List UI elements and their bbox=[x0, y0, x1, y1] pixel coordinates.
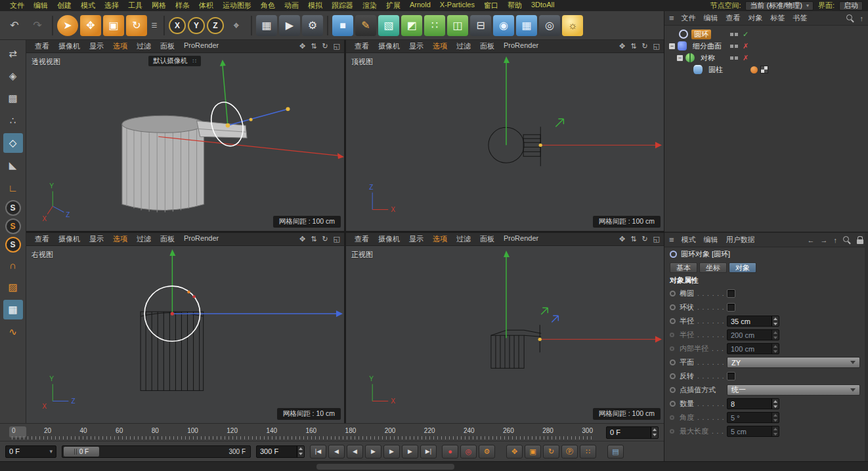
undo-icon[interactable]: ↶ bbox=[4, 15, 25, 36]
camera-label[interactable]: 默认摄像机 ∷ bbox=[148, 56, 201, 66]
solo-hierarchy-icon[interactable]: S bbox=[5, 237, 21, 253]
viewport-menu-item[interactable]: 查看 bbox=[350, 41, 374, 51]
lock-icon[interactable] bbox=[857, 239, 863, 244]
end-frame-field[interactable]: 300 F bbox=[256, 445, 305, 458]
object-label[interactable]: 圆柱 bbox=[706, 65, 726, 75]
volume-builder-icon[interactable]: ◉ bbox=[493, 15, 514, 36]
interpolation-dropdown[interactable]: 统一 bbox=[727, 384, 860, 396]
menu-item[interactable]: Arnold bbox=[405, 0, 435, 11]
solo-single-icon[interactable]: S bbox=[5, 218, 21, 234]
viewport-pan-icon[interactable]: ✥ bbox=[299, 42, 305, 51]
cloner-icon[interactable]: ∷ bbox=[424, 15, 445, 36]
viewport-canvas[interactable]: Y Z X 右视图 网格间距 : 10 cm bbox=[26, 246, 344, 424]
collapse-toggle[interactable]: − bbox=[677, 55, 683, 61]
viewport-menu-item[interactable]: 过滤 bbox=[132, 41, 156, 51]
viewport-menu-item[interactable]: 面板 bbox=[156, 41, 179, 51]
model-wireframe[interactable] bbox=[491, 325, 541, 368]
menu-item[interactable]: 动画 bbox=[280, 0, 303, 11]
viewport-canvas[interactable]: Z X 顶视图 网格间距 : 100 cm bbox=[346, 53, 664, 231]
ring-checkbox[interactable] bbox=[727, 303, 735, 312]
spinner-arrows-icon[interactable] bbox=[651, 427, 658, 438]
panel-menu-item[interactable]: 标签 bbox=[767, 13, 789, 23]
timeline-slider[interactable]: 0 F 300 F bbox=[62, 445, 251, 458]
floor-icon[interactable]: ▦ bbox=[516, 15, 537, 36]
object-row-circle[interactable]: 圆环 ✓ bbox=[664, 28, 868, 40]
keyframe-dot[interactable] bbox=[670, 359, 676, 365]
viewport-menu-item[interactable]: 过滤 bbox=[452, 41, 475, 51]
hamburger-icon[interactable]: ≡ bbox=[669, 235, 674, 245]
search-icon[interactable] bbox=[846, 14, 854, 22]
next-key-button[interactable]: ▶ bbox=[402, 445, 418, 459]
menu-item[interactable]: 网格 bbox=[147, 0, 171, 11]
reverse-checkbox[interactable] bbox=[727, 372, 735, 380]
viewport-dolly-icon[interactable]: ⇅ bbox=[311, 42, 316, 51]
panel-menu-item[interactable]: 查看 bbox=[722, 13, 745, 23]
keyframe-dot[interactable] bbox=[670, 304, 676, 310]
panel-menu-item[interactable]: 书签 bbox=[789, 13, 812, 23]
viewport-perspective[interactable]: 查看摄像机显示选项过滤面板ProRender ✥⇅↻◱ bbox=[26, 40, 344, 231]
node-space-dropdown[interactable]: 当前 (标准/物理) ▾ bbox=[745, 1, 813, 10]
coordinate-system-icon[interactable]: ⌖ bbox=[226, 15, 247, 36]
disabled-cross-icon[interactable]: ✗ bbox=[743, 54, 749, 62]
polygons-mode-icon[interactable]: ◣ bbox=[3, 155, 23, 175]
spinner-arrows-icon[interactable] bbox=[297, 446, 304, 457]
model-wireframe[interactable] bbox=[488, 127, 540, 166]
search-icon[interactable] bbox=[843, 236, 851, 244]
keyframe-dot[interactable] bbox=[670, 387, 676, 393]
viewport-menu-item[interactable]: 选项 bbox=[428, 41, 452, 51]
interface-dropdown[interactable]: 启动 bbox=[839, 1, 863, 10]
texture-tag-icon[interactable] bbox=[760, 66, 768, 73]
viewport-front[interactable]: 查看摄像机显示选项过滤面板ProRender ✥⇅↻◱ bbox=[346, 233, 664, 424]
menu-item[interactable]: 运动图形 bbox=[218, 0, 256, 11]
move-icon[interactable]: ✥ bbox=[80, 15, 101, 36]
object-row-symmetry[interactable]: − 对称 ✗ bbox=[664, 52, 868, 64]
lock-workplane-icon[interactable]: ▦ bbox=[3, 300, 23, 319]
scale-icon[interactable]: ▣ bbox=[103, 15, 124, 36]
keyframe-dot[interactable] bbox=[670, 333, 674, 337]
x-axis-lock-icon[interactable]: X bbox=[169, 17, 186, 34]
last-tool-icon[interactable]: ☰ bbox=[149, 15, 160, 36]
separator[interactable] bbox=[251, 16, 252, 35]
viewport-menu-item[interactable]: 查看 bbox=[350, 234, 374, 244]
menu-item[interactable]: 帮助 bbox=[503, 0, 527, 11]
viewport-menu-item[interactable]: 显示 bbox=[85, 234, 108, 244]
hamburger-icon[interactable]: ≡ bbox=[669, 13, 674, 23]
keyframe-dot[interactable] bbox=[670, 291, 676, 297]
selected-point[interactable] bbox=[192, 295, 195, 297]
redo-icon[interactable]: ↷ bbox=[27, 15, 48, 36]
object-row-cylinder[interactable]: 圆柱 bbox=[664, 64, 868, 75]
snap-icon[interactable]: ∩ bbox=[3, 255, 23, 275]
model-wireframe[interactable] bbox=[141, 312, 204, 390]
edges-mode-icon[interactable]: ◇ bbox=[3, 133, 23, 153]
radius-field[interactable]: 35 cm bbox=[727, 316, 779, 327]
enable-axis-icon[interactable]: ∟ bbox=[3, 178, 23, 197]
subdivision-surface-icon[interactable]: ▧ bbox=[378, 15, 399, 36]
timeline-track[interactable]: 0204060801001201401601802002202402602803… bbox=[5, 425, 599, 440]
menu-item[interactable]: X-Particles bbox=[435, 0, 479, 11]
menu-item[interactable]: 编辑 bbox=[29, 0, 53, 11]
viewport-menu-item[interactable]: 选项 bbox=[428, 234, 452, 244]
render-view-icon[interactable]: ▦ bbox=[256, 15, 277, 36]
attribute-tab[interactable]: 坐标 bbox=[699, 262, 727, 273]
primitive-cube-icon[interactable]: ■ bbox=[332, 15, 353, 36]
mug-model[interactable] bbox=[122, 115, 247, 212]
viewport-menu-item[interactable]: 面板 bbox=[475, 41, 499, 51]
object-label[interactable]: 对称 bbox=[698, 53, 718, 63]
viewport-maximize-icon[interactable]: ◱ bbox=[653, 235, 660, 243]
viewport-menu-item[interactable]: 显示 bbox=[404, 41, 428, 51]
viewport-canvas[interactable]: Y X 正视图 网格间距 : 100 cm bbox=[346, 246, 664, 424]
spline-point[interactable] bbox=[187, 290, 190, 293]
y-axis-lock-icon[interactable]: Y bbox=[188, 17, 205, 34]
rotate-icon[interactable]: ↻ bbox=[126, 15, 147, 36]
menu-item[interactable]: 选择 bbox=[100, 0, 123, 11]
viewport-menu-item[interactable]: ProRender bbox=[499, 41, 543, 51]
menu-item[interactable]: 窗口 bbox=[479, 0, 503, 11]
panel-menu-item[interactable]: 文件 bbox=[678, 13, 700, 23]
viewport-menu-item[interactable]: 摄像机 bbox=[54, 234, 85, 244]
camera-menu-icon[interactable]: ∷ bbox=[193, 58, 197, 64]
goto-start-button[interactable]: |◀ bbox=[310, 445, 326, 459]
menu-item[interactable]: 3DtoAll bbox=[527, 0, 559, 11]
record-parameter-button[interactable]: Ⓟ bbox=[561, 445, 578, 459]
attribute-scrollbar[interactable] bbox=[865, 233, 868, 461]
timeline-options-button[interactable]: ▤ bbox=[607, 445, 624, 459]
